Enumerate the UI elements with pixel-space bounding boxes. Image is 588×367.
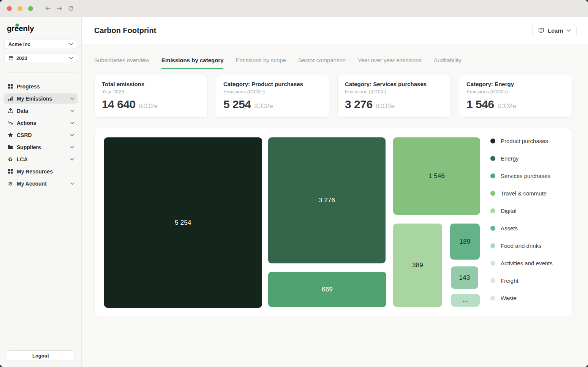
legend-label: Digital	[501, 208, 517, 214]
browser-topbar	[0, 0, 588, 17]
forward-arrow-icon[interactable]	[56, 5, 63, 11]
company-select[interactable]: Acme inc	[4, 39, 77, 49]
legend-item-freight: Freight	[490, 277, 553, 284]
treemap-chart-card: Product purchases Energy Services purcha…	[94, 128, 572, 316]
legend-dot-icon	[490, 139, 495, 143]
stat-card-category-services-purchases: Category: Services purchases Emissions (…	[337, 75, 451, 118]
stat-card-value: 5 254	[223, 98, 251, 111]
sidebar-item-my-resources[interactable]: My Resources	[4, 166, 77, 176]
treemap-tile-3276[interactable]: 3 276	[268, 137, 386, 263]
upload-icon	[7, 108, 13, 114]
gear-icon: ⚙	[7, 181, 13, 187]
stat-card-category-product-purchases: Category: Product purchases Emissions (t…	[216, 75, 329, 118]
chevron-down-icon	[70, 158, 74, 161]
stat-card-value: 14 640	[102, 98, 136, 111]
year-select[interactable]: 2023	[4, 53, 77, 63]
sidebar-item-csrd[interactable]: CSRD	[4, 130, 77, 140]
stat-card-subtitle: Emissions (tCO2e)	[223, 89, 322, 95]
treemap-tile-389[interactable]: 389	[393, 224, 442, 307]
stat-card-unit: tCO2e	[254, 102, 273, 110]
book-icon	[538, 27, 544, 33]
tab-emissions-by-scope[interactable]: Emissions by scope	[236, 57, 286, 69]
stat-card-total-emissions: Total emissions Year 2023 14 640 tCO2e	[94, 75, 208, 118]
stat-cards-row: Total emissions Year 2023 14 640 tCO2e C…	[94, 75, 572, 118]
tab-bar: Subsidiaries overviewEmissions by catego…	[94, 44, 572, 69]
logout-button[interactable]: Logout	[7, 350, 75, 361]
page-title: Carbon Footprint	[94, 26, 156, 35]
tab-year-over-year-emissions[interactable]: Year over year emissions	[358, 57, 422, 69]
tab-emissions-by-category[interactable]: Emissions by category	[161, 57, 223, 69]
legend-label: Product purchases	[501, 138, 548, 144]
legend-item-food-and-drinks: Food and drinks	[490, 243, 553, 249]
legend-label: Activities and events	[501, 260, 553, 266]
recycle-icon: ♻	[7, 156, 13, 162]
company-select-value: Acme inc	[8, 41, 30, 47]
treemap-tile-143[interactable]: 143	[451, 266, 478, 289]
page-header: Carbon Footprint Learn	[82, 17, 588, 44]
legend-label: Freight	[501, 277, 518, 284]
star-icon	[7, 132, 13, 138]
legend-item-product-purchases: Product purchases	[490, 138, 553, 144]
treemap-tile-1546[interactable]: 1 546	[393, 137, 480, 215]
tab-sector-comparison[interactable]: Sector comparison	[298, 57, 346, 69]
sidebar-item-my-account[interactable]: ⚙ My Account	[4, 178, 77, 189]
legend-dot-icon	[490, 243, 495, 248]
treemap-tile-669[interactable]: 669	[268, 272, 386, 307]
stat-card-unit: tCO2e	[376, 102, 395, 110]
minimize-window-icon[interactable]	[17, 6, 22, 11]
learn-button[interactable]: Learn	[532, 24, 577, 37]
sidebar-item-suppliers[interactable]: Suppliers	[4, 142, 77, 152]
legend-item-assets: Assets	[490, 225, 553, 231]
stat-card-subtitle: Year 2023	[102, 89, 200, 95]
chevron-down-icon	[70, 98, 74, 100]
stat-card-subtitle: Émissions (tCO2e)	[466, 89, 565, 95]
main-area: Carbon Footprint Learn Subsidiaries over…	[82, 17, 588, 367]
stat-card-unit: tCO2e	[498, 102, 516, 110]
maximize-window-icon[interactable]	[28, 6, 33, 11]
close-window-icon[interactable]	[7, 6, 12, 11]
sidebar-item-progress[interactable]: Progress	[4, 81, 77, 91]
legend-item-waste: Waste	[490, 295, 553, 301]
stat-card-unit: tCO2e	[139, 102, 158, 110]
stat-card-category-energy: Category: Energy Émissions (tCO2e) 1 546…	[459, 75, 572, 118]
trend-icon	[7, 120, 13, 126]
legend-dot-icon	[490, 191, 495, 196]
legend-label: Waste	[501, 295, 517, 301]
legend-label: Services purchases	[501, 173, 550, 179]
legend-dot-icon	[490, 278, 495, 283]
content-area: Subsidiaries overviewEmissions by catego…	[82, 44, 588, 367]
chevron-down-icon	[70, 146, 74, 148]
back-arrow-icon[interactable]	[45, 5, 51, 11]
legend-item-travel-commute: Travel & commute	[490, 190, 553, 196]
legend-label: Travel & commute	[501, 190, 547, 197]
tab-auditability[interactable]: Auditability	[434, 57, 462, 69]
legend-item-digital: Digital	[490, 208, 553, 214]
year-select-value: 2023	[16, 55, 27, 61]
reload-icon[interactable]	[68, 5, 74, 11]
sidebar-divider	[5, 72, 77, 73]
legend-label: Energy	[501, 155, 519, 162]
tab-subsidiaries-overview[interactable]: Subsidiaries overview	[94, 57, 149, 69]
sidebar-divider	[5, 345, 77, 345]
folder-icon	[7, 144, 13, 150]
sidebar-item-my-emissions[interactable]: My Emissions	[4, 93, 77, 104]
stat-card-value: 3 276	[345, 98, 373, 111]
legend-dot-icon	[490, 173, 495, 178]
stat-card-title: Category: Energy	[466, 81, 565, 87]
chevron-down-icon	[70, 110, 74, 112]
calendar-icon	[8, 55, 14, 61]
legend-label: Food and drinks	[501, 243, 542, 249]
treemap-tile-189[interactable]: 189	[450, 224, 480, 260]
treemap-tile-5254[interactable]: 5 254	[104, 137, 262, 308]
stat-card-subtitle: Emissions (tCO2e)	[345, 89, 443, 95]
treemap-tile-rest[interactable]: ...	[451, 294, 480, 307]
legend-label: Assets	[501, 225, 518, 232]
greenly-logo: greenly	[7, 24, 34, 33]
sidebar-item-lca[interactable]: ♻ LCA	[4, 154, 77, 164]
chevron-down-icon	[70, 134, 74, 136]
bar-chart-icon	[7, 96, 13, 102]
sidebar-item-actions[interactable]: Actions	[4, 118, 77, 128]
legend-dot-icon	[490, 296, 495, 301]
learn-button-label: Learn	[548, 27, 563, 34]
sidebar-item-data[interactable]: Data	[4, 106, 77, 116]
